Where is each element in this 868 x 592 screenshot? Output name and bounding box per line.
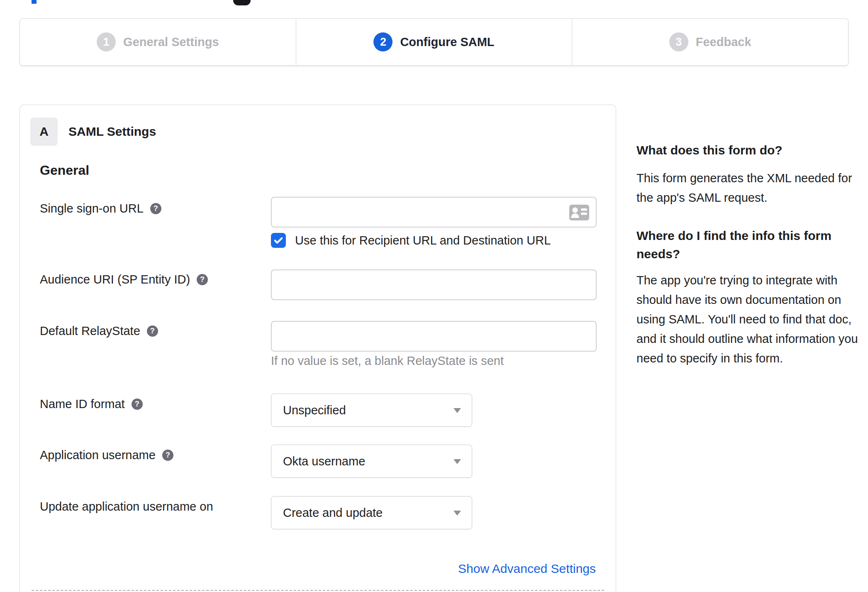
update-username-select[interactable]: Create and update	[271, 496, 472, 529]
show-advanced-settings-link[interactable]: Show Advanced Settings	[458, 562, 596, 576]
relay-state-field-wrap	[271, 321, 597, 352]
step-2-number-badge: 2	[373, 32, 393, 51]
relay-state-label-row: Default RelayState ?	[40, 324, 158, 338]
step-2-label: Configure SAML	[400, 35, 494, 49]
advanced-settings-divider	[32, 590, 604, 591]
recipient-url-checkbox-label: Use this for Recipient URL and Destinati…	[295, 233, 551, 248]
app-username-label-row: Application username ?	[40, 448, 173, 462]
relay-state-hint: If no value is set, a blank RelayState i…	[271, 354, 504, 368]
relay-state-input[interactable]	[271, 321, 597, 352]
audience-uri-help-icon[interactable]: ?	[197, 274, 208, 285]
help-sidebar: What does this form do? This form genera…	[636, 136, 868, 368]
saml-setup-page: 1 General Settings 2 Configure SAML 3 Fe…	[0, 0, 868, 592]
relay-state-label: Default RelayState	[40, 324, 140, 338]
saml-settings-panel: A SAML Settings General Single sign-on U…	[20, 105, 616, 592]
recipient-url-checkbox[interactable]	[271, 233, 286, 248]
name-id-format-help-icon[interactable]: ?	[132, 399, 143, 410]
chevron-down-icon	[454, 511, 461, 516]
name-id-format-select[interactable]: Unspecified	[271, 394, 472, 427]
sso-url-label: Single sign-on URL	[40, 202, 144, 215]
help-heading-2: Where do I find the info this form needs…	[636, 227, 868, 263]
step-feedback[interactable]: 3 Feedback	[572, 19, 848, 65]
chevron-down-icon	[454, 408, 461, 413]
cutoff-blue-fragment	[32, 0, 37, 4]
wizard-stepper: 1 General Settings 2 Configure SAML 3 Fe…	[20, 18, 848, 66]
app-username-select[interactable]: Okta username	[271, 445, 472, 478]
audience-uri-label: Audience URI (SP Entity ID)	[40, 273, 190, 286]
chevron-down-icon	[454, 459, 461, 464]
help-body-1: This form generates the XML needed for t…	[636, 169, 868, 208]
section-title: SAML Settings	[68, 117, 156, 146]
name-id-format-value: Unspecified	[283, 404, 346, 417]
contact-card-icon[interactable]	[569, 205, 589, 220]
update-username-label: Update application username on	[40, 500, 213, 514]
name-id-format-label: Name ID format	[40, 397, 125, 411]
sso-url-input[interactable]	[271, 197, 597, 228]
section-a-badge: A	[30, 117, 58, 146]
update-username-value: Create and update	[283, 506, 383, 520]
name-id-format-label-row: Name ID format ?	[40, 397, 143, 411]
update-username-label-row: Update application username on	[40, 500, 213, 514]
sso-url-field-wrap	[271, 197, 597, 228]
app-username-label: Application username	[40, 448, 156, 462]
cutoff-dark-fragment	[233, 0, 251, 5]
step-configure-saml[interactable]: 2 Configure SAML	[296, 19, 572, 65]
help-body-2: The app you're trying to integrate with …	[636, 271, 868, 368]
step-1-number-badge: 1	[97, 32, 116, 51]
help-heading-1: What does this form do?	[636, 141, 868, 159]
app-username-help-icon[interactable]: ?	[162, 450, 173, 461]
step-1-label: General Settings	[123, 35, 219, 49]
audience-uri-field-wrap	[271, 269, 597, 300]
sso-url-label-row: Single sign-on URL ?	[40, 202, 161, 215]
audience-uri-label-row: Audience URI (SP Entity ID) ?	[40, 273, 208, 286]
relay-state-help-icon[interactable]: ?	[147, 325, 158, 337]
audience-uri-input[interactable]	[271, 269, 597, 300]
step-3-number-badge: 3	[669, 32, 688, 51]
sso-url-help-icon[interactable]: ?	[150, 203, 161, 214]
step-general-settings[interactable]: 1 General Settings	[20, 19, 296, 65]
general-group-title: General	[40, 163, 89, 178]
checkmark-icon	[273, 235, 284, 246]
step-3-label: Feedback	[696, 35, 751, 49]
app-username-value: Okta username	[283, 455, 365, 468]
